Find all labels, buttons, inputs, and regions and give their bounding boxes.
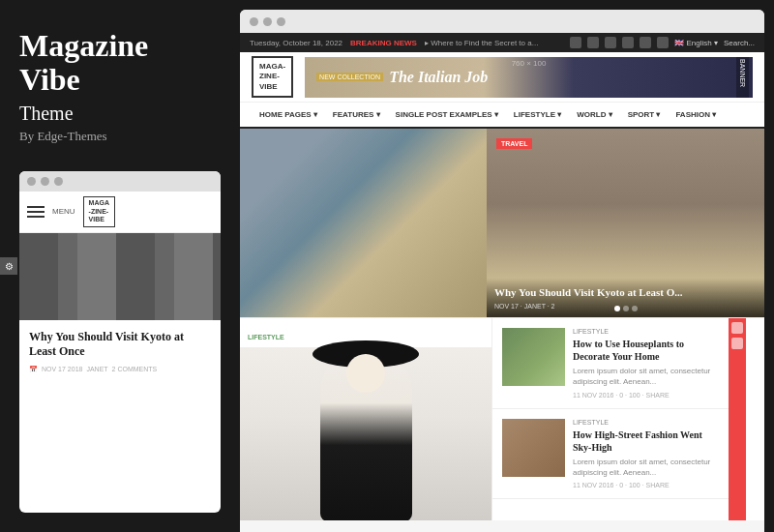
article-thumb-1 <box>502 328 565 386</box>
date-display: Tuesday, October 18, 2022 <box>250 39 342 47</box>
article-meta-2: 11 NOV 2016 · 0 · 100 · SHARE <box>573 482 719 488</box>
brand-subtitle: Theme <box>19 103 221 125</box>
meta-calendar-icon: 📅 <box>29 366 38 373</box>
search-link[interactable]: Search... <box>724 39 755 47</box>
dot-1[interactable] <box>614 306 620 311</box>
nav-world[interactable]: WORLD ▾ <box>569 103 619 127</box>
top-bar-left: Tuesday, October 18, 2022 BREAKING NEWS … <box>250 39 538 47</box>
dot-3[interactable] <box>632 306 638 311</box>
banner-size: 760 × 100 <box>512 59 547 68</box>
browser-dot-2 <box>263 17 272 26</box>
banner-new-label: NEW COLLECTION <box>316 73 383 81</box>
browser-dot-1 <box>250 17 258 26</box>
hero-slot-center[interactable]: TRAVEL Why You Should Visit Kyoto at Lea… <box>487 129 764 317</box>
mini-article-title: Why You Should Visit Kyoto at Least Once <box>29 330 211 360</box>
facebook-icon[interactable] <box>587 37 599 48</box>
hero-center-title: Why You Should Visit Kyoto at Least O... <box>494 285 757 299</box>
dot-2[interactable] <box>623 306 629 311</box>
banner-side-label: BANNER <box>736 57 749 98</box>
left-sidebar: MagazineVibe Theme By Edge-Themes MENU M… <box>0 0 240 532</box>
mini-hero-image <box>19 233 221 320</box>
nav-sport[interactable]: SPORT ▾ <box>620 103 669 127</box>
girl-face <box>346 354 385 393</box>
red-sidebar-bar <box>729 318 746 520</box>
breaking-news-label: BREAKING NEWS <box>350 39 417 47</box>
site-top-bar: Tuesday, October 18, 2022 BREAKING NEWS … <box>240 33 764 52</box>
hero-center-tag: TRAVEL <box>496 138 532 149</box>
red-icon-2[interactable] <box>731 338 743 349</box>
hero-slot-left <box>240 129 487 317</box>
girl-figure <box>320 352 412 520</box>
hamburger-icon[interactable] <box>27 206 45 218</box>
window-dot-1 <box>27 177 36 186</box>
article-info-2: LIFESTYLE How High-Street Fashion Went S… <box>573 419 719 488</box>
nav-lifestyle[interactable]: LIFESTYLE ▾ <box>506 103 569 127</box>
brand-title: MagazineVibe <box>19 29 221 97</box>
article-title-1[interactable]: How to Use Houseplants to Decorate Your … <box>573 338 719 363</box>
header-banner: NEW COLLECTION The Italian Job BANNER 76… <box>305 57 753 98</box>
article-card-1[interactable]: LIFESTYLE How to Use Houseplants to Deco… <box>492 318 729 408</box>
hero-center-meta-text: NOV 17 · JANET · 2 <box>494 303 555 310</box>
article-category-1: LIFESTYLE <box>573 328 719 335</box>
main-browser-panel: Tuesday, October 18, 2022 BREAKING NEWS … <box>240 10 764 532</box>
hero-slider: ⚙ TRAVEL Why You Should Visit Kyoto at L… <box>240 129 764 317</box>
brand-by: By Edge-Themes <box>19 129 221 144</box>
article-excerpt-2: Lorem ipsum dolor sit amet, consectetur … <box>573 457 719 478</box>
banner-title: The Italian Job <box>389 69 488 86</box>
star-icon[interactable] <box>657 37 669 48</box>
browser-titlebar <box>240 10 764 33</box>
twitter-icon[interactable] <box>570 37 581 48</box>
menu-label: MENU <box>52 207 75 216</box>
youtube-icon[interactable] <box>622 37 634 48</box>
nav-fashion[interactable]: FASHION ▾ <box>668 103 724 127</box>
lower-content-section: LIFESTYLE <box>240 317 764 520</box>
window-dot-3 <box>54 177 63 186</box>
lower-right-articles: LIFESTYLE How to Use Houseplants to Deco… <box>491 318 729 520</box>
content-area: ⚙ TRAVEL Why You Should Visit Kyoto at L… <box>240 129 764 532</box>
main-navigation: HOME PAGES ▾ FEATURES ▾ SINGLE POST EXAM… <box>240 103 764 129</box>
mini-article-meta: 📅 NOV 17 2018 JANET 2 COMMENTS <box>29 366 211 373</box>
article-info-1: LIFESTYLE How to Use Houseplants to Deco… <box>573 328 719 398</box>
article-card-2[interactable]: LIFESTYLE How High-Street Fashion Went S… <box>492 409 729 499</box>
mini-browser-mockup: MENU MAGA-ZINE-VIBE Why You Should Visit… <box>19 171 221 513</box>
language-selector[interactable]: 🇬🇧 English ▾ <box>674 39 718 47</box>
nav-single-post[interactable]: SINGLE POST EXAMPLES ▾ <box>388 103 506 127</box>
mini-site-logo: MAGA-ZINE-VIBE <box>83 196 115 226</box>
article-title-2[interactable]: How High-Street Fashion Went Sky-High <box>573 429 719 454</box>
browser-dot-3 <box>277 17 285 26</box>
article-meta-1: 11 NOV 2016 · 0 · 100 · SHARE <box>573 392 719 399</box>
article-category-2: LIFESTYLE <box>573 419 719 426</box>
site-logo: MAGA-ZINE-VIBE <box>252 56 293 98</box>
mini-featured-article: Why You Should Visit Kyoto at Least Once… <box>19 320 221 379</box>
breaking-news-text: ▸ Where to Find the Secret to a... <box>425 39 538 47</box>
mini-article-author: JANET <box>86 366 107 372</box>
top-bar-right: 🇬🇧 English ▾ Search... <box>570 37 755 48</box>
article-thumb-2 <box>502 419 565 477</box>
nav-features[interactable]: FEATURES ▾ <box>325 103 388 127</box>
lower-main-image <box>240 347 491 520</box>
slider-dots-center <box>614 306 638 311</box>
window-dot-2 <box>41 177 49 186</box>
red-icon-1[interactable] <box>731 322 743 334</box>
mini-browser-titlebar <box>19 171 221 192</box>
mini-article-date: NOV 17 2018 <box>42 366 82 372</box>
linkedin-icon[interactable] <box>605 37 616 48</box>
article-excerpt-1: Lorem ipsum dolor sit amet, consectetur … <box>573 366 719 387</box>
rss-icon[interactable] <box>640 37 651 48</box>
mini-browser-nav: MENU MAGA-ZINE-VIBE <box>19 192 221 232</box>
lower-left-image-section: LIFESTYLE <box>240 318 491 520</box>
nav-home-pages[interactable]: HOME PAGES ▾ <box>252 103 325 127</box>
site-header: MAGA-ZINE-VIBE NEW COLLECTION The Italia… <box>240 52 764 103</box>
mini-article-comments: 2 COMMENTS <box>112 366 158 372</box>
